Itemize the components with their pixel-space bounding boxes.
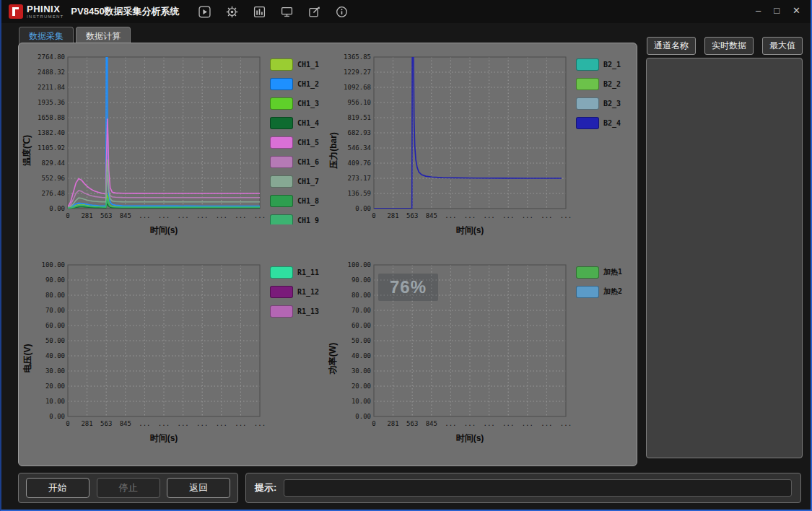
legend-label: CH1_8 — [297, 197, 319, 205]
legend-item: B2_3 — [576, 97, 634, 110]
legend-swatch — [270, 136, 293, 149]
phinix-logo-icon — [9, 4, 23, 19]
x-tick-label: ... — [522, 420, 533, 427]
legend-swatch — [270, 175, 293, 188]
y-tick-label: 409.76 — [347, 160, 371, 167]
legend-label: CH1_2 — [297, 80, 319, 88]
y-tick-label: 0.00 — [49, 413, 65, 420]
channel-name-button[interactable]: 通道名称 — [647, 37, 696, 55]
title-bar: PHINIX INSTRUMENT PV8450数据采集分析系统 — [1, 0, 811, 23]
x-tick-label: 0 — [372, 212, 375, 219]
x-tick-label: ... — [484, 212, 495, 219]
legend-item: CH1_8 — [270, 195, 328, 207]
start-button[interactable]: 开始 — [26, 478, 90, 498]
legend-label: B2_3 — [603, 100, 621, 108]
y-tick-label: 956.10 — [347, 99, 371, 106]
y-tick-label: 10.00 — [45, 398, 65, 405]
y-tick-label: 70.00 — [352, 307, 371, 314]
y-tick-label: 40.00 — [45, 352, 65, 359]
report-icon[interactable] — [253, 5, 266, 18]
hint-input[interactable] — [284, 479, 792, 497]
legend-swatch — [576, 117, 599, 129]
plot-area: 100.0090.0080.0070.0060.0050.0040.0030.0… — [33, 259, 266, 447]
control-button-panel: 开始 停止 返回 — [18, 473, 238, 503]
x-tick-label: 845 — [120, 212, 131, 219]
legend-label: CH1_1 — [297, 61, 319, 69]
info-icon[interactable] — [336, 5, 349, 18]
legend-item: CH1_4 — [270, 117, 328, 129]
stop-button[interactable]: 停止 — [97, 478, 160, 498]
settings-gear-icon[interactable] — [226, 5, 239, 18]
y-axis-label: 电压(V) — [22, 344, 34, 372]
legend: CH1_1CH1_2CH1_3CH1_4CH1_5CH1_6CH1_7CH1_8… — [270, 58, 328, 224]
y-tick-label: 30.00 — [45, 367, 65, 375]
x-tick-label: 0 — [66, 212, 69, 219]
legend: 加热1加热2 — [576, 266, 634, 298]
legend: B2_1B2_2B2_3B2_4 — [576, 58, 634, 129]
y-tick-label: 546.34 — [347, 144, 371, 152]
legend-item: CH1_3 — [270, 97, 328, 110]
x-tick-label: ... — [445, 420, 456, 427]
x-tick-label: ... — [235, 420, 246, 427]
y-tick-label: 50.00 — [45, 337, 65, 344]
brand-subtitle: INSTRUMENT — [27, 14, 64, 19]
x-tick-label: ... — [541, 212, 552, 219]
x-tick-label: ... — [178, 212, 189, 219]
y-tick-label: 2488.32 — [38, 69, 65, 76]
chart-svg: 100.0090.0080.0070.0060.0050.0040.0030.0… — [339, 259, 572, 447]
x-tick-label: ... — [445, 212, 456, 219]
y-tick-label: 1105.92 — [38, 144, 65, 152]
x-axis-label: 时间(s) — [456, 225, 484, 235]
minimize-button[interactable]: – — [756, 5, 761, 17]
plot-area: 2764.802488.322211.841935.361658.881382.… — [33, 51, 266, 239]
x-tick-label: ... — [464, 212, 476, 219]
legend-label: CH1_9 — [297, 217, 319, 224]
legend-swatch — [270, 58, 293, 71]
y-tick-label: 80.00 — [45, 292, 65, 299]
legend: R1_11R1_12R1_13 — [270, 266, 328, 318]
legend-label: CH1_3 — [297, 100, 319, 108]
legend-swatch — [576, 58, 599, 71]
y-axis-label: 温度(℃) — [22, 135, 34, 166]
legend-swatch — [576, 97, 599, 110]
maximize-button[interactable]: □ — [774, 5, 780, 17]
back-button[interactable]: 返回 — [167, 478, 230, 498]
max-value-button[interactable]: 最大值 — [762, 37, 803, 55]
legend-label: CH1_6 — [297, 158, 319, 166]
close-button[interactable]: ✕ — [793, 5, 800, 17]
legend-item: CH1_5 — [270, 136, 328, 149]
hint-label: 提示: — [255, 481, 276, 494]
monitor-icon[interactable] — [281, 5, 294, 18]
legend-item: CH1_1 — [270, 58, 328, 71]
legend-swatch — [576, 78, 599, 90]
play-icon[interactable] — [198, 5, 211, 18]
y-tick-label: 819.51 — [347, 114, 371, 121]
realtime-data-button[interactable]: 实时数据 — [704, 37, 754, 55]
legend-swatch — [270, 78, 293, 90]
toolbar — [198, 5, 349, 18]
legend-item: B2_4 — [576, 117, 634, 129]
y-tick-label: 682.93 — [347, 129, 371, 136]
x-tick-label: ... — [139, 212, 150, 219]
x-tick-label: ... — [254, 212, 266, 219]
temperature-chart: 温度(℃) 2764.802488.322211.841935.361658.8… — [22, 47, 328, 255]
legend-swatch — [270, 156, 293, 168]
x-tick-label: ... — [522, 212, 533, 219]
legend-swatch — [576, 286, 599, 298]
y-tick-label: 2764.80 — [38, 53, 65, 61]
pressure-chart: 压力(bar) 1365.851229.271092.68956.10819.5… — [328, 47, 634, 255]
x-tick-label: ... — [541, 420, 552, 427]
legend-item: CH1_9 — [270, 214, 328, 224]
x-tick-label: 281 — [387, 212, 398, 219]
legend-label: R1_12 — [297, 288, 319, 296]
legend-label: 加热2 — [603, 287, 622, 297]
legend-item: B2_2 — [576, 78, 634, 90]
hint-panel: 提示: — [245, 473, 801, 503]
plot-area: 100.0090.0080.0070.0060.0050.0040.0030.0… — [339, 259, 572, 447]
x-tick-label: 563 — [100, 212, 112, 219]
x-tick-label: 281 — [387, 420, 398, 427]
x-axis-label: 时间(s) — [150, 433, 178, 443]
x-axis-label: 时间(s) — [150, 225, 178, 235]
y-tick-label: 20.00 — [352, 383, 371, 390]
edit-export-icon[interactable] — [308, 5, 321, 18]
